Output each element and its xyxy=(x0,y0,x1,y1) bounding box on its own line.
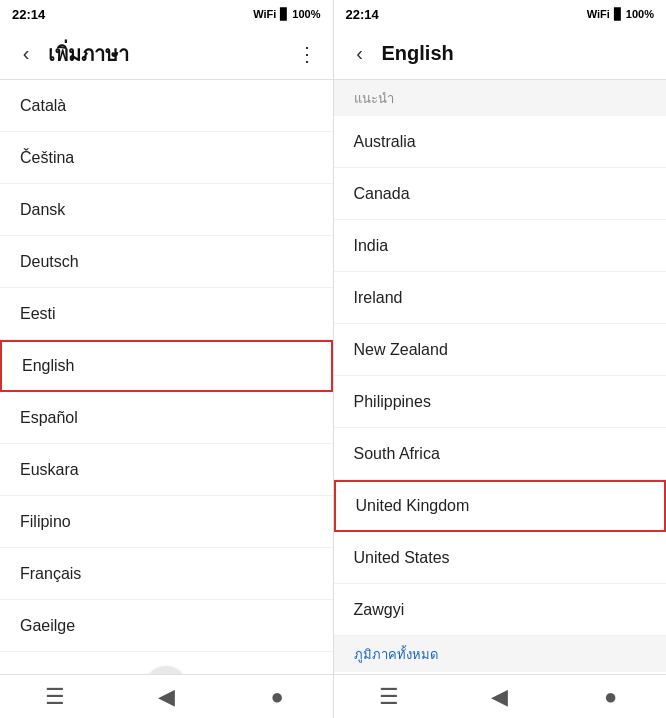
list-item[interactable]: Français xyxy=(0,548,333,600)
right-panel: 22:14 WiFi ▊ 100% ‹ English แนะนำ Austra… xyxy=(334,0,667,718)
wifi-icon: WiFi xyxy=(253,8,276,20)
menu-icon: ☰ xyxy=(45,684,65,710)
region-label: South Africa xyxy=(354,445,440,463)
scroll-up-button[interactable]: ∧ xyxy=(146,666,186,674)
left-back-button[interactable]: ‹ xyxy=(8,36,44,72)
wifi-icon: WiFi xyxy=(587,8,610,20)
right-time: 22:14 xyxy=(346,7,379,22)
list-item[interactable]: Gaeilge xyxy=(0,600,333,652)
right-status-bar: 22:14 WiFi ▊ 100% xyxy=(334,0,667,28)
nav-home-button[interactable]: ● xyxy=(581,679,641,715)
item-label: Deutsch xyxy=(20,253,79,271)
item-label: Français xyxy=(20,565,81,583)
english-list-item[interactable]: English xyxy=(0,340,333,392)
item-label: Čeština xyxy=(20,149,74,167)
nav-back-button[interactable]: ◀ xyxy=(470,679,530,715)
item-label: Eesti xyxy=(20,305,56,323)
list-item[interactable]: Deutsch xyxy=(0,236,333,288)
list-item[interactable]: Català xyxy=(0,80,333,132)
back-icon: ‹ xyxy=(23,42,30,65)
region-label: Philippines xyxy=(354,393,431,411)
list-item[interactable]: Eesti xyxy=(0,288,333,340)
battery-icon: 100% xyxy=(292,8,320,20)
region-list-item[interactable]: New Zealand xyxy=(334,324,667,376)
left-time: 22:14 xyxy=(12,7,45,22)
list-item[interactable]: Euskara xyxy=(0,444,333,496)
menu-icon: ☰ xyxy=(379,684,399,710)
item-label: Català xyxy=(20,97,66,115)
left-header: ‹ เพิ่มภาษา ⋮ xyxy=(0,28,333,80)
list-item[interactable]: Čeština xyxy=(0,132,333,184)
region-label: Australia xyxy=(354,133,416,151)
left-status-bar: 22:14 WiFi ▊ 100% xyxy=(0,0,333,28)
battery-icon: 100% xyxy=(626,8,654,20)
region-list-item[interactable]: Ireland xyxy=(334,272,667,324)
item-label: Dansk xyxy=(20,201,65,219)
region-label: United States xyxy=(354,549,450,567)
item-label: Gaeilge xyxy=(20,617,75,635)
signal-icon: ▊ xyxy=(614,8,622,21)
signal-icon: ▊ xyxy=(280,8,288,21)
left-bottom-nav: ☰ ◀ ● xyxy=(0,674,333,718)
more-icon: ⋮ xyxy=(297,42,317,66)
list-item[interactable]: Dansk xyxy=(0,184,333,236)
united-kingdom-list-item[interactable]: United Kingdom xyxy=(334,480,667,532)
item-label: Filipino xyxy=(20,513,71,531)
right-header: ‹ English xyxy=(334,28,667,80)
left-status-icons: WiFi ▊ 100% xyxy=(253,8,320,21)
back-nav-icon: ◀ xyxy=(158,684,175,710)
circle-icon: ● xyxy=(604,684,617,710)
list-item[interactable]: Español xyxy=(0,392,333,444)
circle-icon: ● xyxy=(270,684,283,710)
nav-menu-button[interactable]: ☰ xyxy=(359,679,419,715)
region-list-item[interactable]: India xyxy=(334,220,667,272)
item-label: Español xyxy=(20,409,78,427)
region-list-item[interactable]: United States xyxy=(334,532,667,584)
nav-back-button[interactable]: ◀ xyxy=(136,679,196,715)
right-status-icons: WiFi ▊ 100% xyxy=(587,8,654,21)
region-list-item[interactable]: South Africa xyxy=(334,428,667,480)
nav-menu-button[interactable]: ☰ xyxy=(25,679,85,715)
region-list-item[interactable]: Canada xyxy=(334,168,667,220)
more-options-button[interactable]: ⋮ xyxy=(289,36,325,72)
right-bottom-nav: ☰ ◀ ● xyxy=(334,674,667,718)
region-label: New Zealand xyxy=(354,341,448,359)
region-label: India xyxy=(354,237,389,255)
right-back-button[interactable]: ‹ xyxy=(342,36,378,72)
region-list-item[interactable]: Philippines xyxy=(334,376,667,428)
all-regions-section-label: ภูมิภาคทั้งหมด xyxy=(334,636,667,672)
right-header-title: English xyxy=(382,42,659,65)
region-label: United Kingdom xyxy=(356,497,470,515)
region-label: Ireland xyxy=(354,289,403,307)
language-list: Català Čeština Dansk Deutsch Eesti Engli… xyxy=(0,80,333,674)
back-nav-icon: ◀ xyxy=(491,684,508,710)
item-label: English xyxy=(22,357,74,375)
item-label: Euskara xyxy=(20,461,79,479)
suggested-section-label: แนะนำ xyxy=(334,80,667,116)
nav-home-button[interactable]: ● xyxy=(247,679,307,715)
region-list-item[interactable]: Australia xyxy=(334,116,667,168)
left-header-title: เพิ่มภาษา xyxy=(48,38,289,70)
list-item[interactable]: Filipino xyxy=(0,496,333,548)
left-panel: 22:14 WiFi ▊ 100% ‹ เพิ่มภาษา ⋮ Català Č… xyxy=(0,0,333,718)
region-label: Canada xyxy=(354,185,410,203)
region-label: Zawgyi xyxy=(354,601,405,619)
region-list: แนะนำ Australia Canada India Ireland New… xyxy=(334,80,667,674)
region-list-item[interactable]: Zawgyi xyxy=(334,584,667,636)
back-icon: ‹ xyxy=(356,42,363,65)
